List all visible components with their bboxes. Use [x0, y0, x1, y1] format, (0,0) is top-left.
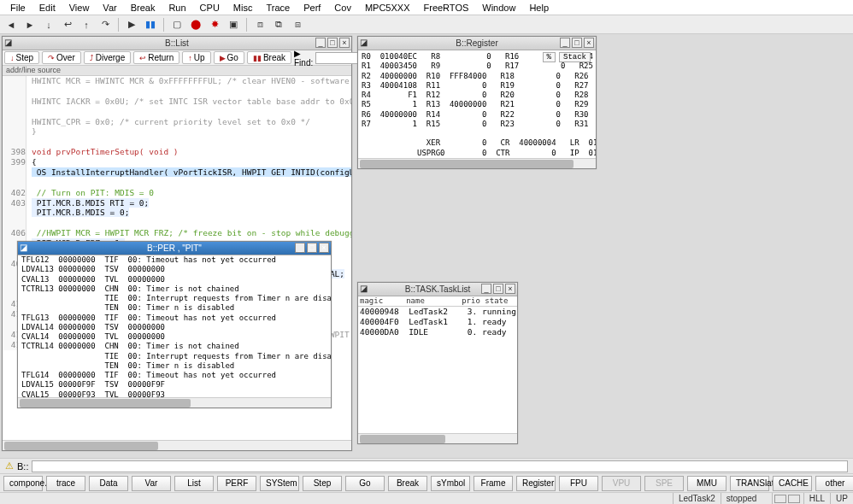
menu-cpu[interactable]: CPU	[193, 1, 226, 15]
list-window-title: B::List	[165, 38, 189, 48]
list-window-toolbar: ↓Step ↷Over ⤴Diverge ↩Return ↑Up ▶Go ▮▮B…	[3, 50, 351, 66]
register-window-title: B::Register	[456, 38, 497, 48]
close-icon[interactable]: ×	[319, 243, 329, 253]
menu-var[interactable]: Var	[96, 1, 123, 15]
bb-frame[interactable]: Frame	[474, 476, 513, 491]
register-window-titlebar[interactable]: ◪ B::Register _ □ ×	[358, 37, 596, 50]
bug-icon[interactable]: ✸	[207, 17, 222, 32]
step-button[interactable]: ↓Step	[4, 51, 39, 64]
return-button[interactable]: ↩Return	[133, 51, 179, 64]
per-window: ◪ B::PER , "PIT" _ □ × TFLG12 00000000 T…	[17, 241, 332, 408]
close-icon[interactable]: ×	[339, 38, 350, 48]
layout1-icon[interactable]: ⧈	[252, 17, 268, 32]
menu-help[interactable]: Help	[522, 1, 556, 15]
back-icon[interactable]: ◄	[3, 17, 19, 32]
forward-icon[interactable]: ►	[22, 17, 38, 32]
up-button[interactable]: ↑Up	[182, 51, 210, 64]
task-window-titlebar[interactable]: ◪ B::TASK.TaskList _ □ ×	[358, 283, 517, 296]
maximize-icon[interactable]: □	[572, 38, 582, 48]
list-column-header: addr/line source	[3, 66, 351, 76]
task-rows: 40000948 LedTask2 3. running 400004F0 Le…	[358, 307, 517, 337]
per-content[interactable]: TFLG12 00000000 TIF 00: Timeout has not …	[18, 255, 331, 397]
status-hll: HLL	[803, 493, 830, 504]
maximize-icon[interactable]: □	[307, 243, 317, 253]
bb-symbol[interactable]: sYmbol	[431, 476, 470, 491]
maximize-icon[interactable]: □	[493, 284, 503, 294]
prompt-label: B::	[17, 461, 28, 472]
minimize-icon[interactable]: _	[560, 38, 570, 48]
stop-icon[interactable]: ▢	[169, 17, 185, 32]
diverge-button[interactable]: ⤴Diverge	[84, 51, 131, 64]
menu-view[interactable]: View	[62, 1, 97, 15]
bb-register[interactable]: Register	[516, 476, 556, 491]
register-window: ◪ B::Register _ □ × % Stack R0 010040EC …	[357, 36, 597, 169]
bb-list[interactable]: List	[174, 476, 214, 491]
bb-vpu: VPU	[602, 476, 641, 491]
bb-fpu[interactable]: FPU	[559, 476, 598, 491]
step-down-icon[interactable]: ↓	[41, 17, 56, 32]
bb-trace[interactable]: trace	[46, 476, 85, 491]
step-return-icon[interactable]: ↩	[60, 17, 75, 32]
bb-translati[interactable]: TRANSlati...	[730, 476, 769, 491]
task-window: ◪ B::TASK.TaskList _ □ × magic name prio…	[357, 282, 518, 444]
per-h-scrollbar[interactable]	[18, 397, 331, 407]
layout3-icon[interactable]: ⧇	[290, 17, 305, 32]
find-label: ▶ Find:	[294, 49, 315, 67]
bb-compone[interactable]: compone...	[3, 476, 43, 491]
register-text: R0 010040EC R8 0 R16 0 R24 0 R1 40003450…	[358, 50, 596, 158]
chip-icon[interactable]: ▣	[226, 17, 241, 32]
bb-mmu[interactable]: MMU	[687, 476, 727, 491]
menu-freertos[interactable]: FreeRTOS	[417, 1, 476, 15]
close-icon[interactable]: ×	[584, 38, 594, 48]
bb-data[interactable]: Data	[89, 476, 128, 491]
bb-go[interactable]: Go	[345, 476, 385, 491]
menu-perf[interactable]: Perf	[297, 1, 327, 15]
menu-edit[interactable]: Edit	[32, 1, 62, 15]
bb-other[interactable]: other	[815, 476, 853, 491]
minimize-icon[interactable]: _	[315, 38, 326, 48]
list-h-scrollbar[interactable]	[3, 440, 351, 450]
task-content[interactable]: magic name prio state 40000948 LedTask2 …	[358, 296, 517, 433]
over-button[interactable]: ↷Over	[42, 51, 81, 64]
bb-step[interactable]: Step	[303, 476, 342, 491]
register-content[interactable]: % Stack R0 010040EC R8 0 R16 0 R24 0 R1 …	[358, 50, 596, 158]
minimize-icon[interactable]: _	[481, 284, 491, 294]
per-window-titlebar[interactable]: ◪ B::PER , "PIT" _ □ ×	[18, 242, 331, 255]
command-input[interactable]	[32, 460, 848, 472]
window-icon: ◪	[4, 38, 15, 48]
menu-mpc5xxx[interactable]: MPC5XXX	[358, 1, 417, 15]
bb-break[interactable]: Break	[388, 476, 427, 491]
pause-icon[interactable]: ▮▮	[143, 17, 158, 32]
percent-button[interactable]: %	[543, 52, 556, 62]
layout2-icon[interactable]: ⧉	[271, 17, 286, 32]
menu-break[interactable]: Break	[124, 1, 162, 15]
continue-icon[interactable]: ▶	[124, 17, 139, 32]
bb-perf[interactable]: PERF	[217, 476, 256, 491]
bb-cache[interactable]: CACHE	[773, 476, 812, 491]
register-h-scrollbar[interactable]	[358, 158, 596, 168]
menu-misc[interactable]: Misc	[226, 1, 260, 15]
go-button[interactable]: ▶Go	[214, 51, 244, 64]
status-task: LedTask2	[673, 493, 721, 504]
bb-system[interactable]: SYStem	[260, 476, 299, 491]
find-input[interactable]	[315, 52, 358, 64]
menu-run[interactable]: Run	[162, 1, 192, 15]
list-window-titlebar[interactable]: ◪ B::List _ □ ×	[3, 37, 351, 50]
menu-trace[interactable]: Trace	[259, 1, 297, 15]
stack-button[interactable]: Stack	[559, 52, 591, 62]
task-h-scrollbar[interactable]	[358, 433, 517, 443]
menu-window[interactable]: Window	[475, 1, 522, 15]
close-icon[interactable]: ×	[505, 284, 515, 294]
bb-var[interactable]: Var	[132, 476, 171, 491]
menu-cov[interactable]: Cov	[327, 1, 358, 15]
window-icon: ◪	[360, 284, 370, 294]
status-up: UP	[830, 493, 853, 504]
break-button[interactable]: ▮▮Break	[247, 51, 291, 64]
step-up-icon[interactable]: ↑	[79, 17, 94, 32]
minimize-icon[interactable]: _	[295, 243, 305, 253]
step-over-icon[interactable]: ↷	[97, 17, 113, 32]
maximize-icon[interactable]: □	[327, 38, 338, 48]
record-icon[interactable]: ⬤	[188, 17, 203, 32]
menu-file[interactable]: File	[3, 1, 32, 15]
bottom-button-bar: compone...traceDataVarListPERFSYStemStep…	[0, 473, 853, 492]
